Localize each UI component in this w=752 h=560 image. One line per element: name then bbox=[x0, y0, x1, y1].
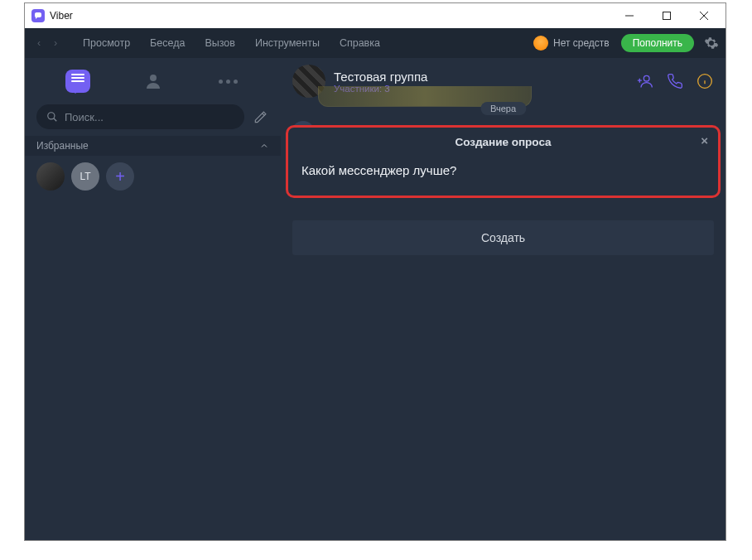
add-user-button[interactable] bbox=[636, 72, 654, 90]
menu-tools[interactable]: Инструменты bbox=[245, 32, 330, 54]
chat-list[interactable] bbox=[25, 199, 281, 540]
maximize-button[interactable] bbox=[648, 3, 685, 28]
favorite-avatar[interactable] bbox=[36, 162, 65, 191]
nav-forward-button[interactable]: › bbox=[48, 36, 63, 50]
titlebar: Viber bbox=[25, 3, 725, 28]
balance-label: Нет средств bbox=[553, 37, 610, 49]
svg-rect-0 bbox=[663, 12, 670, 20]
compose-button[interactable] bbox=[253, 109, 269, 125]
poll-dialog-title: Создание опроса × bbox=[300, 136, 706, 148]
poll-close-button[interactable]: × bbox=[701, 134, 708, 147]
svg-point-3 bbox=[644, 75, 649, 81]
contacts-tab[interactable] bbox=[136, 64, 171, 99]
nav-arrows: ‹ › bbox=[31, 36, 63, 50]
sidebar-tabs bbox=[25, 58, 281, 104]
search-icon bbox=[46, 111, 58, 123]
poll-dialog: Создание опроса × Какой мессенджер лучше… bbox=[286, 125, 721, 198]
app-title: Viber bbox=[50, 10, 73, 22]
app-window: Viber ‹ › Просмотр Беседа Вызов Инструме… bbox=[24, 2, 726, 541]
menu-call[interactable]: Вызов bbox=[195, 32, 245, 54]
chat-content: Вчера Создание опроса × Какой мессенджер… bbox=[281, 104, 725, 540]
favorite-avatar[interactable]: LT bbox=[71, 162, 99, 191]
coin-icon bbox=[533, 36, 548, 51]
call-button[interactable] bbox=[666, 72, 684, 90]
date-chip: Вчера bbox=[480, 102, 526, 115]
chevron-up-icon bbox=[259, 141, 269, 151]
minimize-button[interactable] bbox=[610, 3, 648, 28]
poll-question-input[interactable]: Какой мессенджер лучше? bbox=[300, 157, 706, 189]
add-favorite-button[interactable]: + bbox=[106, 162, 134, 191]
sidebar: Поиск... Избранные LT + bbox=[25, 58, 281, 540]
menubar: ‹ › Просмотр Беседа Вызов Инструменты Сп… bbox=[25, 28, 725, 58]
more-tab[interactable] bbox=[211, 64, 246, 99]
topup-button[interactable]: Пополнить bbox=[621, 34, 694, 52]
favorites-label: Избранные bbox=[36, 140, 89, 152]
menu-view[interactable]: Просмотр bbox=[73, 32, 140, 54]
chat-actions bbox=[636, 72, 714, 90]
chat-panel: Тестовая группа Участники: 3 bbox=[281, 58, 725, 540]
favorites-row: LT + bbox=[25, 156, 281, 199]
info-button[interactable] bbox=[696, 72, 714, 90]
search-row: Поиск... bbox=[25, 104, 281, 136]
search-input[interactable]: Поиск... bbox=[36, 104, 244, 129]
menu-chat[interactable]: Беседа bbox=[140, 32, 195, 54]
search-placeholder: Поиск... bbox=[65, 111, 104, 123]
create-poll-button[interactable]: Создать bbox=[292, 220, 714, 255]
favorites-header[interactable]: Избранные bbox=[25, 136, 281, 156]
svg-point-1 bbox=[150, 75, 157, 81]
close-button[interactable] bbox=[685, 3, 722, 28]
settings-button[interactable] bbox=[704, 36, 719, 51]
svg-point-2 bbox=[48, 113, 55, 119]
app-icon bbox=[31, 9, 45, 22]
main-area: Поиск... Избранные LT + bbox=[25, 58, 725, 540]
menu-help[interactable]: Справка bbox=[330, 32, 390, 54]
nav-back-button[interactable]: ‹ bbox=[31, 36, 46, 50]
chat-title: Тестовая группа bbox=[334, 70, 628, 84]
chats-tab[interactable] bbox=[60, 64, 95, 99]
